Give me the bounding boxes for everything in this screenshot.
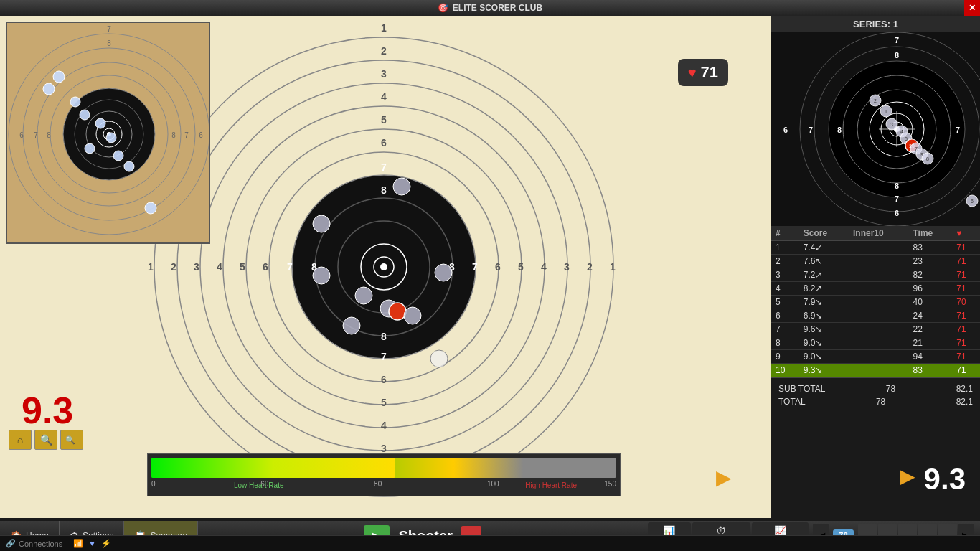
col-num: # xyxy=(771,226,799,241)
hr-low-label: Low Heart Rate xyxy=(234,481,283,489)
svg-text:7: 7 xyxy=(287,261,293,273)
total-label: TOTAL xyxy=(778,397,806,407)
hr-label-80: 80 xyxy=(374,480,382,488)
svg-text:4: 4 xyxy=(541,261,547,273)
table-row: 1 7.4↙ 83 71 xyxy=(771,241,980,255)
svg-text:7: 7 xyxy=(895,194,899,203)
hr-bar-fill xyxy=(151,458,395,478)
svg-text:8: 8 xyxy=(895,182,899,190)
svg-point-77 xyxy=(106,133,116,143)
table-row: 9 9.0↘ 94 71 xyxy=(771,350,980,364)
cell-time: 83 xyxy=(908,364,952,377)
score-badge: ♥ 71 xyxy=(678,59,728,86)
title-bar: 🎯 ELITE SCORER CLUB ✕ xyxy=(0,0,980,16)
table-row: 6 6.9↘ 24 71 xyxy=(771,309,980,323)
cell-heart: 71 xyxy=(952,323,980,336)
table-row: 5 7.9↘ 40 70 xyxy=(771,296,980,309)
svg-text:8: 8 xyxy=(171,131,176,139)
hr-label-0: 0 xyxy=(151,480,156,488)
arrow-indicator: ▶ xyxy=(716,466,732,489)
right-big-score: 9.3 xyxy=(924,462,966,496)
svg-text:5: 5 xyxy=(518,261,524,273)
cell-score: 8.2↗ xyxy=(799,282,849,296)
svg-text:5: 5 xyxy=(240,261,245,273)
heart-rate-bar: 0 60 80 100 150 Low Heart Rate High Hear… xyxy=(147,453,621,496)
svg-text:6: 6 xyxy=(381,374,387,385)
svg-text:4: 4 xyxy=(381,91,387,103)
cell-heart: 71 xyxy=(952,241,980,255)
svg-text:7: 7 xyxy=(472,261,478,273)
zoom-fit-button[interactable]: ⌂ xyxy=(9,430,32,450)
svg-point-72 xyxy=(43,83,55,95)
svg-text:1: 1 xyxy=(610,261,616,273)
svg-text:8: 8 xyxy=(47,131,51,139)
svg-text:3: 3 xyxy=(564,261,570,273)
right-arrow-icon: ▶ xyxy=(900,464,915,488)
close-button[interactable]: ✕ xyxy=(964,0,980,16)
badge-score: 71 xyxy=(701,63,718,82)
svg-text:8: 8 xyxy=(895,51,899,60)
svg-text:4: 4 xyxy=(381,420,387,431)
svg-text:1: 1 xyxy=(148,261,154,273)
cell-heart: 71 xyxy=(952,350,980,364)
cell-heart: 71 xyxy=(952,309,980,323)
svg-text:6: 6 xyxy=(495,261,501,273)
svg-point-80 xyxy=(124,161,134,171)
svg-text:3: 3 xyxy=(381,443,387,454)
table-row: 4 8.2↗ 96 71 xyxy=(771,282,980,296)
col-heart: ♥ xyxy=(952,226,980,241)
svg-point-51 xyxy=(313,267,330,284)
cell-inner xyxy=(849,350,909,364)
svg-text:6: 6 xyxy=(381,137,387,149)
heart-icon: ♥ xyxy=(688,65,697,81)
cell-score: 9.6↘ xyxy=(799,323,849,336)
svg-point-45 xyxy=(435,264,452,281)
svg-text:6: 6 xyxy=(895,209,899,217)
cell-num: 3 xyxy=(771,268,799,282)
svg-text:7: 7 xyxy=(895,36,899,44)
svg-point-76 xyxy=(95,118,105,128)
zoom-in-button[interactable]: 🔍 xyxy=(34,430,57,450)
svg-point-49 xyxy=(404,307,421,324)
svg-text:7: 7 xyxy=(34,131,38,139)
svg-text:3: 3 xyxy=(890,122,893,127)
svg-text:7: 7 xyxy=(381,161,387,173)
cell-score: 7.9↘ xyxy=(799,296,849,309)
zoom-out-button[interactable]: 🔍- xyxy=(60,430,83,450)
svg-text:2: 2 xyxy=(874,98,877,103)
cell-score: 6.9↘ xyxy=(799,309,849,323)
cell-heart: 70 xyxy=(952,296,980,309)
cell-heart: 71 xyxy=(952,364,980,377)
svg-text:1: 1 xyxy=(885,109,887,114)
svg-point-75 xyxy=(80,110,90,120)
total-row: TOTAL 78 82.1 xyxy=(776,395,976,408)
col-inner: Inner10 xyxy=(849,226,909,241)
zoom-controls: ⌂ 🔍 🔍- xyxy=(9,430,83,450)
sub-total-inner: 82.1 xyxy=(956,384,973,394)
cell-inner xyxy=(849,309,909,323)
cell-time: 22 xyxy=(908,323,952,336)
thumbnail-target: 7 8 6 7 8 6 7 8 xyxy=(6,22,210,244)
table-row: 10 9.3↘ 83 71 xyxy=(771,364,980,377)
sub-total-score: 78 xyxy=(886,384,895,394)
svg-text:3: 3 xyxy=(194,261,199,273)
cell-inner xyxy=(849,255,909,268)
svg-text:6: 6 xyxy=(19,131,24,139)
hr-label-150: 150 xyxy=(604,480,616,488)
cell-heart: 71 xyxy=(952,255,980,268)
svg-text:7: 7 xyxy=(184,131,189,139)
svg-point-79 xyxy=(113,151,123,161)
cell-score: 9.0↘ xyxy=(799,336,849,350)
svg-text:7: 7 xyxy=(956,126,960,134)
svg-text:1: 1 xyxy=(381,22,387,34)
cell-time: 96 xyxy=(908,282,952,296)
total-inner: 82.1 xyxy=(956,397,973,407)
cell-num: 4 xyxy=(771,282,799,296)
heart-status-icon: ♥ xyxy=(90,539,95,547)
large-score: 9.3 xyxy=(22,389,73,432)
svg-text:5: 5 xyxy=(905,136,908,141)
cell-inner xyxy=(849,241,909,255)
cell-time: 40 xyxy=(908,296,952,309)
cell-time: 23 xyxy=(908,255,952,268)
cell-score: 7.2↗ xyxy=(799,268,849,282)
